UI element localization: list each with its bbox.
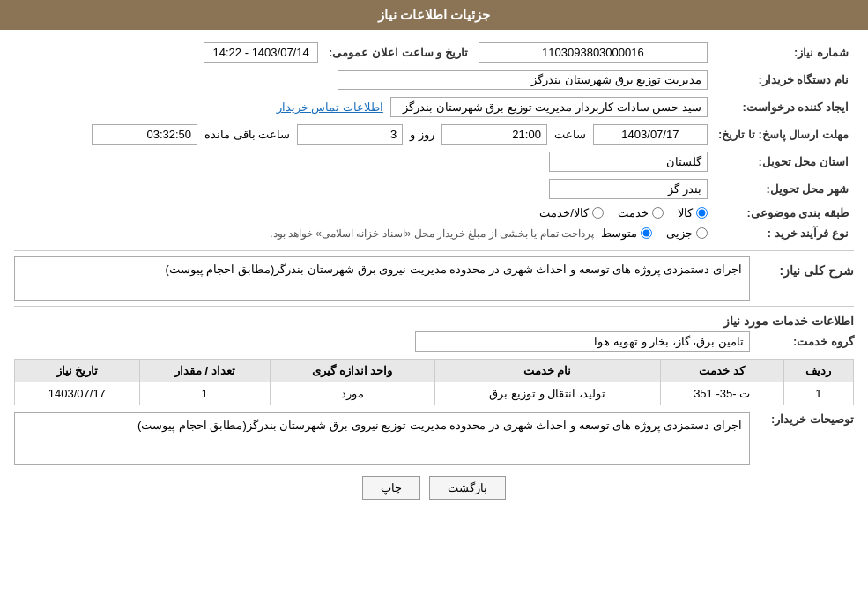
buyer-label: نام دستگاه خریدار: [713,66,854,93]
send-time: 21:00 [441,124,547,145]
send-deadline-label: مهلت ارسال پاسخ: تا تاریخ: [713,121,854,148]
need-number-value: 1103093803000016 [479,42,708,63]
purchase-option-small[interactable]: جزیی [666,227,708,240]
table-row: 1 ت -35- 351 تولید، انتقال و توزیع برق م… [15,382,854,405]
announce-label: تاریخ و ساعت اعلان عمومی: [323,39,473,66]
col-header-name: نام خدمت [434,360,660,382]
print-button[interactable]: چاپ [362,476,420,500]
city-label: شهر محل تحویل: [713,175,854,203]
col-header-code: کد خدمت [660,360,783,382]
province-label: استان محل تحویل: [713,148,854,175]
cell-name: تولید، انتقال و توزیع برق [434,382,660,405]
description-value: اجرای دستمزدی پروژه های توسعه و احداث شه… [14,256,750,301]
cell-unit: مورد [270,382,434,405]
announce-value: 1403/07/14 - 14:22 [204,42,318,63]
send-time-label: ساعت [554,128,586,141]
service-group-value: تامین برق، گاز، بخار و تهویه هوا [415,331,750,352]
buyer-desc-value: اجرای دستمزدی پروژه های توسعه و احداث شه… [14,412,750,465]
description-section-title: شرح کلی نیاز: [757,264,854,278]
col-header-unit: واحد اندازه گیری [270,360,434,382]
city-value: بندر گز [549,179,708,199]
category-option-goods[interactable]: کالا [678,206,708,219]
divider-1 [14,250,854,251]
col-header-row: ردیف [783,360,853,382]
purchase-type-label: نوع فرآیند خرید : [713,223,854,243]
back-button[interactable]: بازگشت [429,476,506,500]
buyer-desc-label: توصیحات خریدار: [757,412,854,426]
buyer-value: مدیریت توزیع برق شهرستان بندرگز [338,70,708,90]
cell-qty: 1 [139,382,270,405]
service-section-title: اطلاعات خدمات مورد نیاز [14,314,854,328]
cell-row: 1 [783,382,853,405]
page-header: جزئیات اطلاعات نیاز [0,0,868,30]
cell-date: 1403/07/17 [15,382,140,405]
send-remaining-label: ساعت باقی مانده [204,128,290,141]
creator-label: ایجاد کننده درخواست: [713,93,854,121]
services-table: ردیف کد خدمت نام خدمت واحد اندازه گیری ت… [14,359,854,405]
purchase-note: پرداخت تمام یا بخشی از مبلغ خریدار محل «… [270,227,594,240]
send-days: 3 [297,124,403,145]
category-option-service[interactable]: خدمت [618,206,664,219]
cell-code: ت -35- 351 [660,382,783,405]
col-header-date: تاریخ نیاز [15,360,140,382]
category-option-both[interactable]: کالا/خدمت [539,206,604,219]
creator-link[interactable]: اطلاعات تماس خریدار [277,100,383,114]
creator-value: سید حسن سادات کاربردار مدیریت توزیع برق … [390,97,708,117]
purchase-option-medium[interactable]: متوسط [601,227,652,240]
send-remaining: 03:32:50 [92,124,197,145]
service-group-label: گروه خدمت: [757,335,854,348]
need-number-label: شماره نیاز: [713,39,854,66]
send-date: 1403/07/17 [593,124,708,145]
category-label: طبقه بندی موضوعی: [713,203,854,223]
divider-2 [14,306,854,307]
page-title: جزئیات اطلاعات نیاز [378,7,490,22]
province-value: گلستان [549,152,708,172]
send-day-label: روز و [410,128,434,141]
col-header-qty: تعداد / مقدار [139,360,270,382]
button-row: بازگشت چاپ [14,476,854,500]
